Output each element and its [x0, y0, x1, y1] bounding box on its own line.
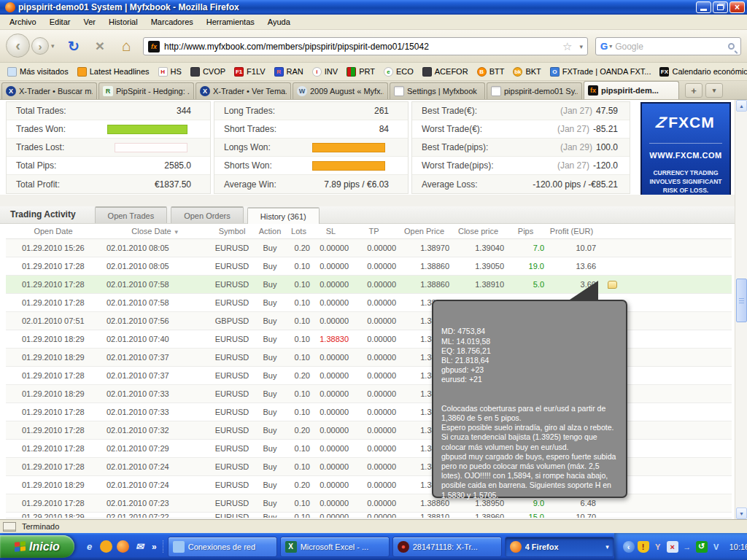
history-table-row[interactable]: 01.29.2010 15:26 02.01.2010 08:05 EURUSD…	[6, 239, 732, 257]
mail-icon[interactable]: ✉	[133, 540, 146, 553]
menu-item[interactable]: Ayuda	[261, 15, 297, 28]
start-button[interactable]: Inicio	[0, 535, 74, 558]
bookmark-item[interactable]: bk BKT	[510, 66, 543, 78]
quicklaunch-overflow-icon[interactable]: »	[152, 542, 157, 552]
menu-item[interactable]: Marcadores	[144, 15, 200, 28]
search-icon[interactable]	[728, 43, 735, 50]
scroll-up-icon[interactable]: ▲	[736, 100, 747, 112]
tab-favicon: X	[6, 86, 16, 96]
history-table-row[interactable]: 01.29.2010 18:29 02.01.2010 07:22 EURUSD…	[6, 513, 732, 518]
tab-xtrader-ver-tema[interactable]: X X-Trader • Ver Tema...	[196, 82, 291, 99]
taskbar-clock[interactable]: 10:16	[729, 542, 747, 551]
column-symbol[interactable]: Symbol	[210, 227, 254, 236]
column-close-date[interactable]: Close Date ▼	[101, 227, 210, 236]
messenger-bird-icon[interactable]: V	[711, 541, 722, 553]
search-engine-icon[interactable]: G	[600, 41, 608, 52]
bookmark-inv: i	[312, 67, 322, 77]
remote-pointer-icon[interactable]: →	[681, 541, 693, 553]
history-table-row[interactable]: 01.29.2010 17:28 02.01.2010 07:58 EURUSD…	[6, 276, 732, 294]
search-engine-dropdown-icon[interactable]: ▾	[609, 43, 612, 50]
menu-item[interactable]: Herramientas	[200, 15, 261, 28]
cell-close-date: 02.01.2010 07:40	[101, 335, 210, 343]
home-button[interactable]: ⌂	[117, 36, 136, 55]
windows-flag-icon	[15, 541, 26, 553]
tab-open-orders[interactable]: Open Orders	[171, 206, 244, 223]
cell-symbol: EURUSD	[210, 444, 254, 453]
task-281471118-xtrader[interactable]: ● 281471118: X-Tr...	[392, 537, 502, 557]
vertical-scrollbar[interactable]: ▲ ▼	[735, 100, 747, 519]
tab-pipspirit-demo01-active[interactable]: fx pipspirit-dem... ×	[584, 81, 679, 99]
vnc-icon[interactable]: ↺	[696, 541, 708, 553]
comment-bubble-icon[interactable]	[608, 281, 617, 289]
menu-item[interactable]: Historial	[102, 15, 144, 28]
window-titlebar[interactable]: pipspirit-demo01 System | Myfxbook - Moz…	[0, 0, 747, 15]
wireless-antenna-icon[interactable]: Y	[652, 541, 664, 553]
menu-item[interactable]: Editar	[43, 15, 77, 28]
tab-open-trades[interactable]: Open Trades	[95, 206, 168, 223]
task-firefox-group[interactable]: 4 Firefox ▾	[505, 537, 614, 557]
bookmark-item[interactable]: FX Calendario económico	[657, 66, 747, 78]
bookmark-item[interactable]: Más visitados	[4, 66, 71, 78]
window-minimize-button[interactable]	[696, 1, 711, 13]
internet-explorer-icon[interactable]: e	[83, 540, 96, 553]
bookmark-item[interactable]: O FXTrade | OANDA FXT...	[547, 66, 654, 78]
window-restore-button[interactable]	[713, 1, 728, 13]
url-dropdown-icon[interactable]: ▾	[579, 43, 583, 50]
tab-settings-myfxbook[interactable]: Settings | Myfxbook	[390, 82, 485, 99]
stop-button[interactable]: ×	[90, 36, 109, 55]
section-divider	[0, 195, 735, 206]
bookmark-item[interactable]: B BTT	[474, 66, 508, 78]
bookmark-item[interactable]: PRT	[344, 66, 378, 78]
tab-2009-august-myfxbook[interactable]: W 2009 August « Myfx...	[293, 82, 388, 99]
cell-profit: 10.07	[546, 244, 597, 252]
calendar-clock-icon[interactable]	[100, 540, 112, 553]
column-open-price[interactable]: Open Price	[398, 227, 451, 236]
column-lots[interactable]: Lots	[286, 227, 311, 236]
tray-collapse-chevron-icon[interactable]: ‹	[623, 541, 635, 553]
network-disconnected-icon[interactable]: ×	[667, 541, 678, 553]
bookmark-item[interactable]: R RAN	[271, 66, 306, 78]
cell-close-date: 02.01.2010 07:29	[101, 444, 210, 453]
url-text[interactable]: http://www.myfxbook.com/members/pipspiri…	[164, 42, 562, 52]
history-table-row[interactable]: 01.29.2010 17:28 02.01.2010 08:05 EURUSD…	[6, 257, 732, 276]
bookmark-item[interactable]: CVOP	[187, 66, 228, 78]
url-bar[interactable]: fx http://www.myfxbook.com/members/pipsp…	[143, 37, 588, 55]
menu-item[interactable]: Ver	[77, 15, 102, 28]
search-input[interactable]: Google	[615, 42, 728, 52]
tab-xtrader-buscar[interactable]: X X-Trader • Buscar m...	[1, 82, 97, 99]
column-pips[interactable]: Pips	[506, 227, 546, 236]
column-open-date[interactable]: Open Date	[6, 227, 101, 236]
bookmark-calendario-economico: FX	[659, 67, 669, 77]
bookmark-item[interactable]: ACEFOR	[419, 66, 471, 78]
tab-pipspirit-demo01[interactable]: pipspirit-demo01 Sy...	[487, 82, 582, 99]
tab-pipspirit-hedging[interactable]: R PipSpirit - Hedging: ...	[98, 82, 194, 99]
bookmark-item[interactable]: H HS	[155, 66, 185, 78]
tab-list-dropdown-icon[interactable]: ▾	[705, 83, 723, 98]
firefox-icon[interactable]	[117, 540, 129, 553]
cell-lots: 0.10	[286, 513, 311, 518]
scrollbar-thumb[interactable]	[736, 279, 747, 322]
menu-item[interactable]: Archivo	[3, 15, 43, 28]
security-shield-icon[interactable]: !	[638, 541, 649, 553]
bookmark-item[interactable]: F1 F1LV	[231, 66, 268, 78]
window-close-button[interactable]: ×	[729, 1, 745, 13]
bookmark-star-icon[interactable]: ☆	[562, 40, 572, 53]
column-close-price[interactable]: Close price	[451, 227, 506, 236]
forward-button[interactable]: ›	[31, 37, 49, 55]
task-conexiones-de-red[interactable]: Conexiones de red	[168, 537, 277, 557]
back-button[interactable]: ‹	[6, 34, 30, 58]
scroll-down-icon[interactable]: ▼	[736, 508, 747, 519]
column-tp[interactable]: TP	[350, 227, 398, 236]
reload-button[interactable]: ↻	[64, 36, 83, 55]
column-action[interactable]: Action	[254, 227, 286, 236]
bookmark-item[interactable]: e ECO	[381, 66, 417, 78]
column-sl[interactable]: SL	[311, 227, 350, 236]
history-dropdown-icon[interactable]: ▾	[51, 42, 55, 50]
new-tab-button[interactable]: +	[685, 83, 703, 98]
tab-history[interactable]: History (361)	[247, 207, 320, 224]
column-profit[interactable]: Profit (EUR)	[546, 227, 597, 236]
bookmark-item[interactable]: Latest Headlines	[74, 66, 152, 78]
search-bar[interactable]: G ▾ Google	[595, 37, 741, 55]
bookmark-item[interactable]: i INV	[309, 66, 341, 78]
task-microsoft-excel[interactable]: X Microsoft Excel - ...	[280, 537, 390, 557]
